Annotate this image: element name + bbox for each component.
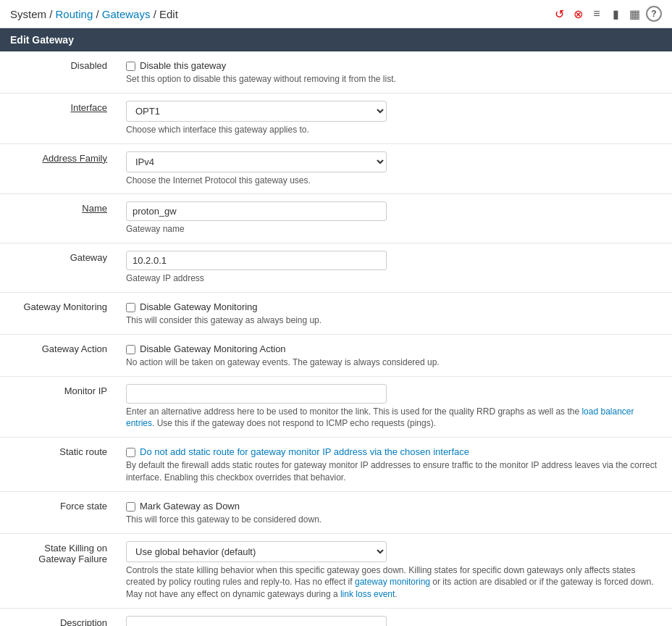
- gateway-help: Gateway IP address: [126, 272, 663, 285]
- gateway-action-checkbox-row: Disable Gateway Monitoring Action: [126, 343, 663, 354]
- label-state-killing: State Killing on Gateway Failure: [0, 533, 116, 608]
- static-route-label[interactable]: Do not add static route for gateway moni…: [140, 446, 469, 457]
- top-bar: System / Routing / Gateways / Edit ↺ ⊗ ≡…: [0, 0, 672, 28]
- label-gateway-action: Gateway Action: [0, 334, 116, 376]
- gateway-input[interactable]: [126, 251, 387, 270]
- control-gateway-monitoring: Disable Gateway Monitoring This will con…: [116, 292, 672, 334]
- description-input[interactable]: [126, 616, 387, 626]
- gateway-monitoring-label[interactable]: Disable Gateway Monitoring: [140, 301, 258, 312]
- disabled-checkbox-label[interactable]: Disable this gateway: [140, 60, 226, 71]
- label-gateway-monitoring: Gateway Monitoring: [0, 292, 116, 334]
- gateway-monitoring-checkbox-row: Disable Gateway Monitoring: [126, 301, 663, 312]
- control-state-killing: Use global behavior (default) Disable En…: [116, 533, 672, 608]
- label-interface: Interface: [0, 93, 116, 143]
- control-gateway: Gateway IP address: [116, 243, 672, 293]
- control-static-route: Do not add static route for gateway moni…: [116, 438, 672, 492]
- control-disabled: Disable this gateway Set this option to …: [116, 51, 672, 93]
- force-state-label[interactable]: Mark Gateway as Down: [140, 501, 240, 512]
- row-interface: Interface OPT1 WAN LAN Choose which inte…: [0, 93, 672, 143]
- breadcrumb-edit: Edit: [159, 8, 178, 20]
- control-interface: OPT1 WAN LAN Choose which interface this…: [116, 93, 672, 143]
- monitor-ip-help: Enter an alternative address here to be …: [126, 406, 663, 430]
- gateway-monitoring-link[interactable]: gateway monitoring: [355, 577, 430, 587]
- row-state-killing: State Killing on Gateway Failure Use glo…: [0, 533, 672, 608]
- label-name: Name: [0, 194, 116, 243]
- state-killing-help: Controls the state killing behavior when…: [126, 564, 663, 601]
- gateway-monitoring-help: This will consider this gateway as alway…: [126, 314, 663, 327]
- breadcrumb: System / Routing / Gateways / Edit: [10, 8, 178, 20]
- control-address-family: IPv4 IPv6 Choose the Internet Protocol t…: [116, 143, 672, 194]
- force-state-help: This will force this gateway to be consi…: [126, 514, 663, 526]
- control-force-state: Mark Gateway as Down This will force thi…: [116, 491, 672, 533]
- row-gateway-monitoring: Gateway Monitoring Disable Gateway Monit…: [0, 292, 672, 334]
- label-gateway: Gateway: [0, 243, 116, 293]
- top-icons: ↺ ⊗ ≡ ▮ ▦ ?: [552, 6, 662, 22]
- static-route-help: By default the firewall adds static rout…: [126, 459, 663, 484]
- address-family-help: Choose the Internet Protocol this gatewa…: [126, 175, 663, 187]
- address-family-select[interactable]: IPv4 IPv6: [126, 151, 387, 172]
- gateway-action-checkbox[interactable]: [126, 345, 135, 354]
- control-description: A description may be entered here for re…: [116, 608, 672, 626]
- label-description: Description: [0, 608, 116, 626]
- row-disabled: Disabled Disable this gateway Set this o…: [0, 51, 672, 93]
- control-name: Gateway name: [116, 194, 672, 243]
- disabled-help: Set this option to disable this gateway …: [126, 73, 663, 85]
- breadcrumb-gateways[interactable]: Gateways: [102, 8, 151, 20]
- static-route-checkbox-row: Do not add static route for gateway moni…: [126, 446, 663, 457]
- menu-icon[interactable]: ≡: [589, 7, 604, 21]
- monitor-ip-input[interactable]: [126, 384, 387, 404]
- row-monitor-ip: Monitor IP Enter an alternative address …: [0, 376, 672, 438]
- form-table: Disabled Disable this gateway Set this o…: [0, 51, 672, 626]
- row-force-state: Force state Mark Gateway as Down This wi…: [0, 491, 672, 533]
- breadcrumb-system: System: [10, 8, 46, 20]
- name-input[interactable]: [126, 201, 387, 221]
- grid-icon[interactable]: ▦: [627, 7, 642, 21]
- control-monitor-ip: Enter an alternative address here to be …: [116, 376, 672, 438]
- label-monitor-ip: Monitor IP: [0, 376, 116, 438]
- label-disabled: Disabled: [0, 51, 116, 93]
- gateway-action-label[interactable]: Disable Gateway Monitoring Action: [140, 343, 286, 354]
- control-gateway-action: Disable Gateway Monitoring Action No act…: [116, 334, 672, 376]
- label-address-family: Address Family: [0, 143, 116, 194]
- force-state-checkbox-row: Mark Gateway as Down: [126, 501, 663, 512]
- disabled-checkbox-row: Disable this gateway: [126, 60, 663, 71]
- help-icon[interactable]: ?: [646, 6, 662, 22]
- stop-icon[interactable]: ⊗: [571, 7, 585, 21]
- gateway-monitoring-checkbox[interactable]: [126, 303, 135, 312]
- refresh-icon[interactable]: ↺: [552, 7, 566, 21]
- row-gateway: Gateway Gateway IP address: [0, 243, 672, 293]
- section-title: Edit Gateway: [10, 34, 74, 46]
- static-route-checkbox[interactable]: [126, 448, 135, 457]
- load-balancer-link[interactable]: load balancer entries: [126, 406, 634, 429]
- row-name: Name Gateway name: [0, 194, 672, 243]
- interface-select[interactable]: OPT1 WAN LAN: [126, 101, 387, 122]
- row-static-route: Static route Do not add static route for…: [0, 438, 672, 492]
- row-address-family: Address Family IPv4 IPv6 Choose the Inte…: [0, 143, 672, 194]
- label-static-route: Static route: [0, 438, 116, 492]
- interface-help: Choose which interface this gateway appl…: [126, 124, 663, 136]
- chart-icon[interactable]: ▮: [608, 7, 623, 21]
- disabled-checkbox[interactable]: [126, 62, 135, 71]
- link-loss-link[interactable]: link loss event: [340, 589, 395, 599]
- row-gateway-action: Gateway Action Disable Gateway Monitorin…: [0, 334, 672, 376]
- name-help: Gateway name: [126, 223, 663, 235]
- state-killing-select[interactable]: Use global behavior (default) Disable En…: [126, 541, 387, 562]
- gateway-action-help: No action will be taken on gateway event…: [126, 356, 663, 369]
- breadcrumb-routing[interactable]: Routing: [56, 8, 93, 20]
- force-state-checkbox[interactable]: [126, 502, 135, 512]
- label-force-state: Force state: [0, 491, 116, 533]
- row-description: Description A description may be entered…: [0, 608, 672, 626]
- section-header: Edit Gateway: [0, 28, 672, 51]
